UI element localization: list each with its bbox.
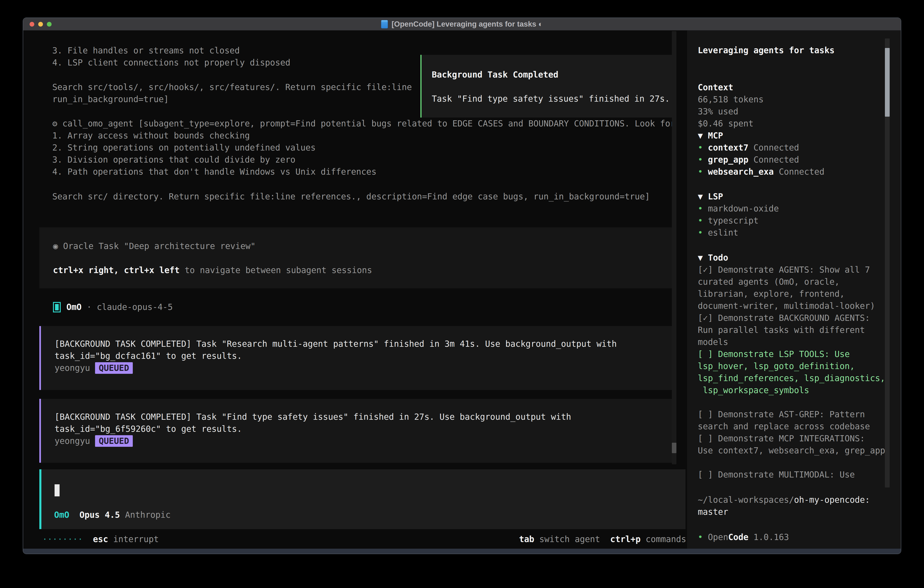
text-line: search and replace across codebase: [698, 420, 885, 433]
todo-section[interactable]: ▼ Todo[✓] Demonstrate AGENTS: Show all 7…: [698, 252, 885, 481]
text-line: [BACKGROUND TASK COMPLETED] Task "Resear…: [54, 338, 617, 350]
task-card-text: [BACKGROUND TASK COMPLETED] Task "Find t…: [54, 411, 571, 447]
window-bottom-bar: [23, 549, 901, 554]
toast-text: Background Task Completed Task "Find typ…: [432, 69, 670, 105]
mcp-section[interactable]: ▼ MCP• context7 Connected• grep_app Conn…: [698, 130, 824, 178]
text-line: [ ] Demonstrate MULTIMODAL: Use: [698, 469, 885, 481]
oracle-task-card[interactable]: ◉ Oracle Task "Deep architecture review"…: [40, 227, 675, 288]
opencode-version: • OpenCode 1.0.163: [698, 531, 789, 543]
window-title: [OpenCode] Leveraging agents for tasks ◐: [391, 20, 543, 28]
text-line: ◉ Oracle Task "Deep architecture review": [53, 240, 372, 252]
minimize-button[interactable]: [38, 22, 43, 26]
text-line: task_id="bg_6f59260c" to get results.: [54, 423, 571, 435]
text-line: 1. Array access without bounds checking: [52, 130, 675, 142]
status-right: tab switch agent ctrl+p commands: [519, 533, 686, 545]
text-line: • OpenCode 1.0.163: [698, 531, 789, 543]
text-line: • typescript: [698, 215, 779, 227]
context-section: Context66,518 tokens33% used$0.46 spent: [698, 81, 764, 130]
text-line: • markdown-oxide: [698, 203, 779, 215]
text-line: [ ] Demonstrate MCP INTEGRATIONS:: [698, 433, 885, 444]
lsp-section[interactable]: ▼ LSP• markdown-oxide• typescript• eslin…: [698, 190, 779, 239]
text-line: lsp_hover, lsp_goto_definition,: [698, 360, 885, 372]
main-scrollbar-thumb[interactable]: [672, 443, 676, 453]
text-line: ▼ MCP: [698, 130, 824, 142]
text-line: 4. Path operations that don't handle Win…: [52, 166, 675, 178]
text-line: OmO Opus 4.5 Anthropic: [54, 509, 170, 521]
text-line: ⚙ call_omo_agent [subagent_type=explore,…: [52, 117, 675, 130]
task-completed-card-1[interactable]: [BACKGROUND TASK COMPLETED] Task "Resear…: [40, 326, 675, 390]
text-line: ········ esc interrupt: [42, 533, 159, 545]
text-line: run_in_background=true]: [52, 93, 412, 105]
text-line: ▼ LSP: [698, 190, 779, 203]
text-line: [698, 457, 885, 469]
model-info: OmO Opus 4.5 Anthropic: [54, 509, 170, 521]
text-line: [ ] Demonstrate AST-GREP: Pattern: [698, 408, 885, 420]
text-line: [ ] Demonstrate LSP TOOLS: Use: [698, 348, 885, 360]
text-line: Context: [698, 81, 764, 93]
text-line: master: [698, 506, 870, 518]
text-line: 66,518 tokens: [698, 93, 764, 106]
text-line: • grep_app Connected: [698, 154, 824, 166]
text-line: ctrl+x right, ctrl+x left to navigate be…: [53, 264, 372, 276]
text-line: Run parallel tasks with different: [698, 324, 885, 336]
text-line: lsp_find_references, lsp_diagnostics,: [698, 372, 885, 384]
text-line: yeongyu QUEUED: [54, 435, 571, 447]
text-line: 4. LSP client connections not properly d…: [52, 57, 290, 69]
text-line: lsp_workspace_symbols: [698, 384, 885, 396]
tool-output-search-prompt: Search src/tools/, src/hooks/, src/featu…: [52, 81, 412, 105]
background-task-toast: Background Task Completed Task "Find typ…: [421, 55, 676, 117]
sidebar-scrollbar-thumb[interactable]: [885, 48, 890, 117]
text-line: curated agents (OmO, oracle,: [698, 276, 885, 288]
text-line: document-writer, multimodal-looker): [698, 300, 885, 312]
text-line: Use context7, websearch_exa, grep_app: [698, 444, 885, 457]
status-left: ········ esc interrupt: [42, 533, 159, 545]
text-line: yeongyu QUEUED: [54, 362, 617, 374]
text-line: tab switch agent ctrl+p commands: [519, 533, 686, 545]
text-line: Task "Find type safety issues" finished …: [432, 93, 670, 105]
tool-call-omo-agent: ⚙ call_omo_agent [subagent_type=explore,…: [52, 117, 675, 178]
text-line: [432, 81, 670, 93]
agent-session-header: OmO · claude-opus-4-5: [66, 301, 173, 313]
text-line: [✓] Demonstrate BACKGROUND AGENTS:: [698, 312, 885, 324]
text-line: [BACKGROUND TASK COMPLETED] Task "Find t…: [54, 411, 571, 423]
text-line: • eslint: [698, 227, 779, 239]
workspace-path: ~/local-workspaces/oh-my-opencode:master: [698, 494, 870, 518]
main-scrollbar-track[interactable]: [672, 31, 676, 464]
text-line: task_id="bg_dcfac161" to get results.: [54, 350, 617, 362]
task-completed-card-2[interactable]: [BACKGROUND TASK COMPLETED] Task "Find t…: [40, 399, 675, 463]
session-title: Leveraging agents for tasks: [698, 45, 835, 56]
text-line: 33% used: [698, 106, 764, 117]
text-line: ~/local-workspaces/oh-my-opencode:: [698, 494, 870, 506]
text-line: • websearch_exa Connected: [698, 166, 824, 178]
traffic-lights: [30, 22, 52, 26]
text-line: 2. String operations on potentially unde…: [52, 142, 675, 154]
sidebar: Leveraging agents for tasks Context66,51…: [687, 30, 901, 549]
oracle-task-text: ◉ Oracle Task "Deep architecture review"…: [53, 240, 372, 276]
zoom-button[interactable]: [47, 22, 52, 26]
task-card-text: [BACKGROUND TASK COMPLETED] Task "Resear…: [54, 338, 617, 374]
titlebar: [OpenCode] Leveraging agents for tasks ◐: [23, 18, 901, 30]
tool-output-search2: Search src/ directory. Return specific f…: [52, 190, 650, 203]
terminal-window: [OpenCode] Leveraging agents for tasks ◐…: [23, 18, 901, 554]
text-line: • context7 Connected: [698, 142, 824, 154]
text-line: Search src/tools/, src/hooks/, src/featu…: [52, 81, 412, 93]
text-line: ▼ Todo: [698, 252, 885, 264]
prompt-input[interactable]: OmO Opus 4.5 Anthropic: [40, 469, 685, 529]
text-line: [✓] Demonstrate AGENTS: Show all 7: [698, 264, 885, 276]
text-line: 3. File handles or streams not closed: [52, 45, 290, 57]
tool-output-leaks: 3. File handles or streams not closed4. …: [52, 45, 290, 69]
text-line: Leveraging agents for tasks: [698, 45, 835, 56]
text-line: [698, 396, 885, 408]
text-line: Background Task Completed: [432, 69, 670, 81]
document-icon: [381, 20, 388, 28]
text-line: OmO · claude-opus-4-5: [66, 301, 173, 313]
close-button[interactable]: [30, 22, 34, 26]
text-line: Search src/ directory. Return specific f…: [52, 190, 650, 203]
text-cursor: [54, 484, 59, 496]
text-line: $0.46 spent: [698, 117, 764, 130]
text-line: [53, 252, 372, 264]
agent-icon: [53, 302, 61, 312]
text-line: 3. Division operations that could divide…: [52, 154, 675, 166]
text-line: librarian, explore, frontend,: [698, 288, 885, 300]
chat-area: 3. File handles or streams not closed4. …: [23, 30, 687, 549]
